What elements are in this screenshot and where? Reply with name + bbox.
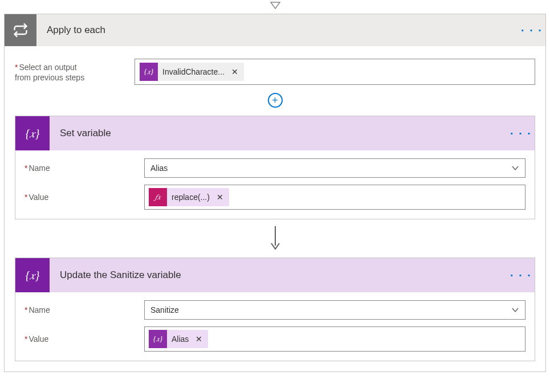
variable-action-icon: {𝑥} [15,258,50,292]
sv-value-input[interactable]: 𝑓𝑥 replace(...) ✕ [144,185,525,210]
update-sanitize-header[interactable]: {𝑥} Update the Sanitize variable · · · [15,258,535,292]
apply-to-each-body: *Select an output from previous steps {𝑥… [5,46,545,371]
us-name-label: *Name [25,305,144,315]
sv-value-label: *Value [25,193,144,202]
set-variable-header[interactable]: {𝑥} Set variable · · · [15,116,535,150]
token-label: Alias [167,334,194,344]
apply-to-each-header[interactable]: Apply to each · · · [5,14,545,46]
apply-to-each-title: Apply to each [36,24,518,36]
token-remove[interactable]: ✕ [194,334,208,344]
plus-icon: + [272,95,278,105]
token-invalid-characters[interactable]: {𝑥} InvalidCharacte... ✕ [140,63,244,81]
chevron-down-icon [511,164,519,173]
sv-value-row: *Value 𝑓𝑥 replace(...) ✕ [25,185,525,210]
set-variable-menu[interactable]: · · · [507,127,535,140]
chevron-down-icon [269,3,282,12]
set-variable-title: Set variable [50,128,507,139]
sv-name-label: *Name [25,164,144,173]
us-name-row: *Name Sanitize [25,300,525,320]
svg-marker-0 [271,2,280,9]
token-label: replace(...) [167,193,215,202]
us-value-row: *Value {𝑥} Alias ✕ [25,326,525,352]
loop-icon [5,14,36,46]
update-sanitize-title: Update the Sanitize variable [50,270,507,281]
token-replace[interactable]: 𝑓𝑥 replace(...) ✕ [149,188,229,206]
incoming-connector [0,0,550,14]
connector-arrow [15,219,535,258]
token-remove[interactable]: ✕ [215,193,229,202]
select-output-label: *Select an output from previous steps [15,59,135,83]
update-sanitize-body: *Name Sanitize *Value [15,292,535,361]
sv-name-value: Alias [150,164,511,173]
fx-icon: 𝑓𝑥 [149,188,167,206]
add-action-row: + [15,93,535,108]
update-sanitize-menu[interactable]: · · · [507,269,535,282]
add-action-button[interactable]: + [268,93,283,108]
variable-icon: {𝑥} [140,63,158,81]
us-name-value: Sanitize [150,305,511,315]
us-value-label: *Value [25,334,144,344]
flow-canvas: Apply to each · · · *Select an output fr… [0,0,550,372]
token-label: InvalidCharacte... [158,67,230,76]
apply-to-each-card: Apply to each · · · *Select an output fr… [4,14,546,372]
select-output-input[interactable]: {𝑥} InvalidCharacte... ✕ [135,59,535,85]
chevron-down-icon [511,305,519,315]
apply-to-each-menu[interactable]: · · · [518,24,545,37]
select-output-row: *Select an output from previous steps {𝑥… [15,59,535,85]
token-alias[interactable]: {𝑥} Alias ✕ [149,330,208,348]
sv-name-row: *Name Alias [25,158,525,178]
set-variable-body: *Name Alias *Value [15,150,535,219]
variable-icon: {𝑥} [149,330,167,348]
update-sanitize-card: {𝑥} Update the Sanitize variable · · · *… [15,258,535,361]
token-remove[interactable]: ✕ [230,67,244,76]
variable-action-icon: {𝑥} [15,116,50,150]
set-variable-card: {𝑥} Set variable · · · *Name Alias [15,116,535,219]
us-name-select[interactable]: Sanitize [144,300,525,320]
us-value-input[interactable]: {𝑥} Alias ✕ [144,326,525,352]
required-marker: * [15,63,18,72]
sv-name-select[interactable]: Alias [144,158,525,178]
